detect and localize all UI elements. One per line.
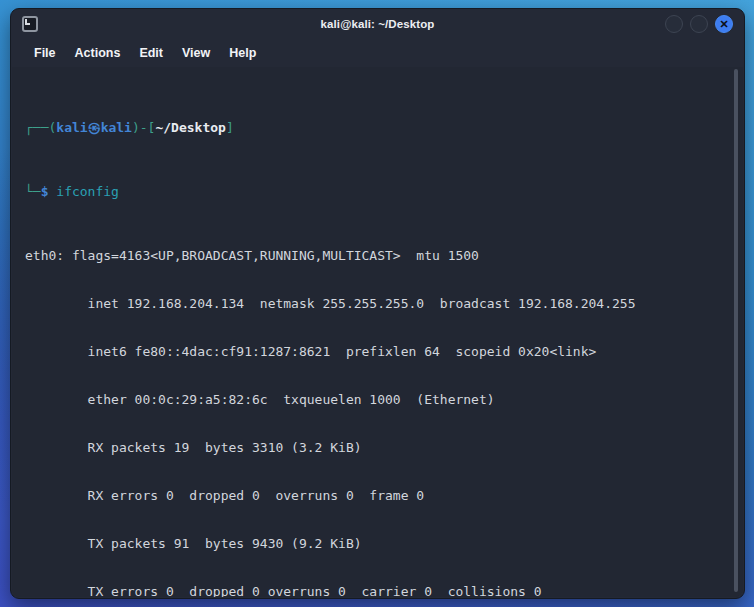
output-line: TX packets 91 bytes 9430 (9.2 KiB) xyxy=(25,536,729,552)
terminal-window: kali@kali: ~/Desktop ✕ File Actions Edit… xyxy=(10,8,745,599)
output-line: inet 192.168.204.134 netmask 255.255.255… xyxy=(25,296,729,312)
output-line: ether 00:0c:29:a5:82:6c txqueuelen 1000 … xyxy=(25,392,729,408)
minimize-button[interactable] xyxy=(665,15,683,33)
menu-item-edit[interactable]: Edit xyxy=(139,46,163,60)
prompt-separator: ㉿ xyxy=(88,120,101,135)
output-line: inet6 fe80::4dac:cf91:1287:8621 prefixle… xyxy=(25,344,729,360)
prompt-host: kali xyxy=(101,120,132,135)
prompt-path: ~/Desktop xyxy=(155,120,225,135)
prompt-line-1: ┌──(kali㉿kali)-[~/Desktop] xyxy=(25,120,729,136)
menu-item-view[interactable]: View xyxy=(182,46,210,60)
window-controls: ✕ xyxy=(665,15,733,33)
prompt-frame-end: ] xyxy=(226,120,234,135)
scrollbar[interactable] xyxy=(734,69,738,592)
titlebar[interactable]: kali@kali: ~/Desktop ✕ xyxy=(11,9,744,39)
menu-bar: File Actions Edit View Help xyxy=(11,39,744,66)
command-line: └─$ ifconfig xyxy=(25,184,729,200)
command-text: ifconfig xyxy=(56,184,119,199)
prompt-frame-bottom: └─ xyxy=(25,184,41,199)
close-button[interactable]: ✕ xyxy=(715,15,733,33)
maximize-button[interactable] xyxy=(690,15,708,33)
prompt-frame-open: ┌──( xyxy=(25,120,56,135)
terminal-app-icon[interactable] xyxy=(22,16,38,32)
prompt-frame-mid: )-[ xyxy=(132,120,155,135)
prompt-user: kali xyxy=(56,120,87,135)
terminal-viewport[interactable]: ┌──(kali㉿kali)-[~/Desktop] └─$ ifconfig … xyxy=(12,67,743,597)
window-title: kali@kali: ~/Desktop xyxy=(11,18,744,30)
output-line: TX errors 0 dropped 0 overruns 0 carrier… xyxy=(25,584,729,597)
scrollbar-thumb[interactable] xyxy=(734,69,738,592)
menu-item-help[interactable]: Help xyxy=(229,46,256,60)
output-line: eth0: flags=4163<UP,BROADCAST,RUNNING,MU… xyxy=(25,248,729,264)
output-line: RX errors 0 dropped 0 overruns 0 frame 0 xyxy=(25,488,729,504)
menu-item-file[interactable]: File xyxy=(34,46,56,60)
menu-item-actions[interactable]: Actions xyxy=(75,46,121,60)
output-line: RX packets 19 bytes 3310 (3.2 KiB) xyxy=(25,440,729,456)
